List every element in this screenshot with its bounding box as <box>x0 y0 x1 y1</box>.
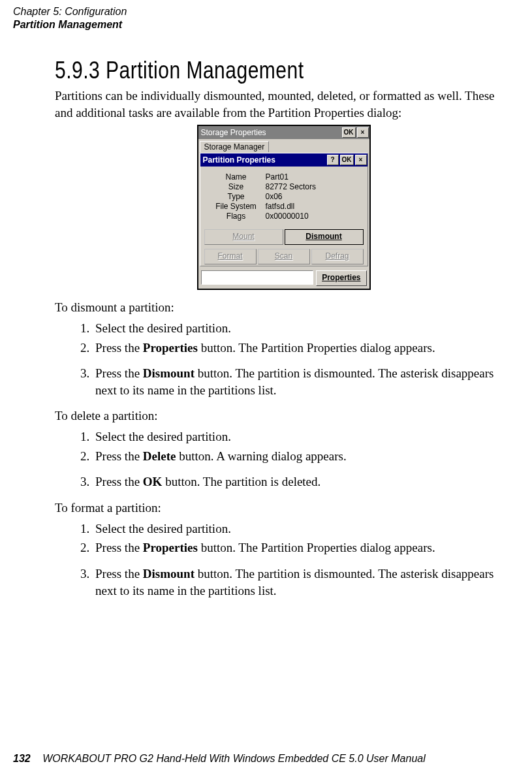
partition-props-area: NamePart01 Size82772 Sectors Type0x06 Fi… <box>200 167 368 224</box>
field-type-value: 0x06 <box>266 192 283 201</box>
outer-close-button[interactable]: × <box>357 127 369 138</box>
field-type-label: Type <box>207 192 266 201</box>
list-item: Press the Dismount button. The partition… <box>93 365 512 398</box>
footer-title: WORKABOUT PRO G2 Hand-Held With Windows … <box>42 753 426 764</box>
dismount-steps: Select the desired partition. Press the … <box>55 320 512 399</box>
dismount-heading: To dismount a partition: <box>55 299 512 316</box>
field-name-label: Name <box>207 172 266 182</box>
field-fs-value: fatfsd.dll <box>266 202 295 211</box>
partition-list-placeholder <box>201 270 314 285</box>
outer-window-title: Storage Properties <box>201 128 266 137</box>
list-item: Press the Dismount button. The partition… <box>93 565 512 599</box>
inner-window-title: Partition Properties <box>203 155 275 165</box>
inner-ok-button[interactable]: OK <box>340 155 354 165</box>
defrag-button[interactable]: Defrag <box>311 249 364 264</box>
screenshot-storage-properties: Storage Properties OK × Storage Manager … <box>197 125 371 290</box>
section-label: Partition Management <box>13 18 127 31</box>
field-size-value: 82772 Sectors <box>266 182 316 191</box>
page-content: 5.9.3 Partition Management Partitions ca… <box>55 56 512 605</box>
inner-help-button[interactable]: ? <box>327 155 339 165</box>
field-flags-value: 0x00000010 <box>266 212 309 221</box>
page-header: Chapter 5: Configuration Partition Manag… <box>13 5 127 31</box>
format-heading: To format a partition: <box>55 500 512 517</box>
chapter-label: Chapter 5: Configuration <box>13 5 127 18</box>
outer-ok-button[interactable]: OK <box>342 127 356 138</box>
format-steps: Select the desired partition. Press the … <box>55 520 512 599</box>
list-item: Press the Delete button. A warning dialo… <box>93 448 512 465</box>
list-item: Select the desired partition. <box>93 320 512 337</box>
field-flags-label: Flags <box>207 212 266 221</box>
properties-button[interactable]: Properties <box>316 270 366 286</box>
list-item: Select the desired partition. <box>93 520 512 537</box>
format-button[interactable]: Format <box>204 249 257 264</box>
tab-storage-manager[interactable]: Storage Manager <box>200 141 270 152</box>
field-name-value: Part01 <box>266 172 289 182</box>
delete-steps: Select the desired partition. Press the … <box>55 428 512 490</box>
mount-button[interactable]: Mount <box>204 229 283 245</box>
outer-titlebar: Storage Properties OK × <box>198 126 369 139</box>
field-size-label: Size <box>207 182 266 191</box>
list-item: Press the OK button. The partition is de… <box>93 473 512 490</box>
section-heading: 5.9.3 Partition Management <box>55 56 512 84</box>
list-item: Press the Properties button. The Partiti… <box>93 539 512 556</box>
delete-heading: To delete a partition: <box>55 407 512 424</box>
page-footer: 132 WORKABOUT PRO G2 Hand-Held With Wind… <box>13 753 426 765</box>
page-number: 132 <box>13 753 31 764</box>
dismount-button[interactable]: Dismount <box>285 229 364 245</box>
scan-button[interactable]: Scan <box>258 249 310 264</box>
list-item: Press the Properties button. The Partiti… <box>93 340 512 357</box>
intro-paragraph: Partitions can be individually dismounte… <box>55 87 512 121</box>
inner-titlebar: Partition Properties ? OK × <box>200 153 368 167</box>
field-fs-label: File System <box>207 202 266 211</box>
inner-close-button[interactable]: × <box>355 155 367 165</box>
list-item: Select the desired partition. <box>93 428 512 445</box>
